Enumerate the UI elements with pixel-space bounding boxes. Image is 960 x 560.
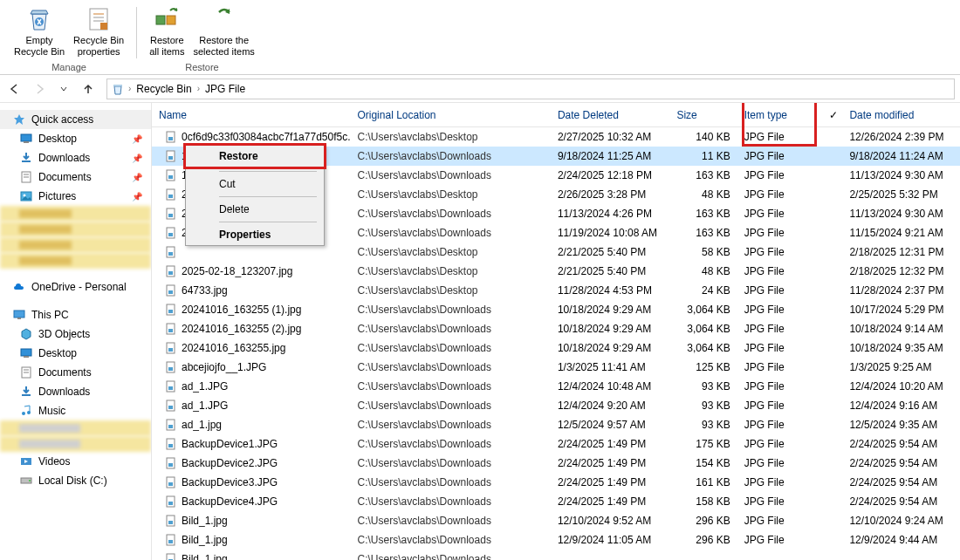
- chevron-right-icon: ›: [197, 84, 200, 93]
- sidebar-item-music[interactable]: Music: [0, 401, 151, 420]
- jpg-file-icon: [164, 360, 178, 374]
- sidebar-item-blurred[interactable]: [0, 222, 151, 237]
- this-pc-label: This PC: [31, 309, 69, 321]
- svg-rect-43: [168, 252, 173, 256]
- sidebar-item-documents[interactable]: Documents📌: [0, 167, 151, 187]
- svg-rect-33: [168, 156, 173, 160]
- jpg-file-icon: [164, 475, 178, 489]
- file-row[interactable]: BackupDevice4.JPG C:\Users\avclabs\Downl…: [152, 492, 960, 511]
- forward-button[interactable]: [30, 79, 49, 99]
- pic-icon: [19, 189, 33, 203]
- jpg-file-icon: [164, 437, 178, 451]
- ribbon-group-label: Restore: [185, 62, 219, 74]
- sidebar-item-blur2[interactable]: [0, 436, 151, 452]
- column-date-modified[interactable]: Date modified: [842, 109, 960, 121]
- sidebar-item-desktop2[interactable]: Desktop: [0, 344, 151, 363]
- column-headers: Name Original Location Date Deleted Size…: [152, 103, 960, 127]
- music-icon: [19, 404, 33, 418]
- context-menu-restore[interactable]: Restore: [186, 146, 324, 167]
- jpg-file-icon: [164, 379, 178, 393]
- empty-recycle-bin-button[interactable]: Empty Recycle Bin: [10, 3, 68, 59]
- column-item-type[interactable]: Item type: [737, 109, 824, 121]
- svg-rect-73: [168, 540, 173, 543]
- restore-selected-items-button[interactable]: Restore the selected items: [190, 3, 258, 59]
- jpg-file-icon: [164, 456, 178, 470]
- star-icon: [12, 113, 26, 126]
- jpg-file-icon: [164, 207, 178, 221]
- context-menu-properties[interactable]: Properties: [186, 224, 324, 245]
- file-row[interactable]: 64733.jpg C:\Users\avclabs\Desktop 11/28…: [152, 281, 960, 300]
- jpg-file-icon: [164, 168, 178, 182]
- column-size[interactable]: Size: [669, 109, 737, 121]
- file-row[interactable]: 20241016_163255.jpg C:\Users\avclabs\Dow…: [152, 338, 960, 358]
- sidebar-item-blurred[interactable]: [0, 253, 151, 269]
- context-menu-cut[interactable]: Cut: [186, 174, 324, 195]
- sidebar-item-documents2[interactable]: Documents: [0, 363, 151, 382]
- file-row[interactable]: ad_1.JPG C:\Users\avclabs\Downloads 12/4…: [152, 377, 960, 396]
- jpg-file-icon: [164, 514, 178, 528]
- file-row[interactable]: 2025-02-18_123207.jpg C:\Users\avclabs\D…: [152, 262, 960, 281]
- context-menu-delete[interactable]: Delete: [186, 199, 324, 220]
- sidebar-item-downloads[interactable]: Downloads📌: [0, 148, 151, 167]
- ribbon-label: Recycle Bin properties: [73, 35, 124, 58]
- recycle-bin-icon: [111, 82, 125, 96]
- cloud-icon: [12, 280, 26, 294]
- file-row[interactable]: ad_1.jpg C:\Users\avclabs\Downloads 12/5…: [152, 415, 960, 434]
- column-original-location[interactable]: Original Location: [350, 109, 550, 121]
- ribbon-group-manage: Empty Recycle Bin Recycle Bin properties…: [7, 3, 131, 74]
- checkmark-icon: ✓: [824, 109, 843, 121]
- file-row[interactable]: Bild_1.jpg C:\Users\avclabs\Downloads: [152, 550, 960, 560]
- file-row[interactable]: BackupDevice2.JPG C:\Users\avclabs\Downl…: [152, 454, 960, 473]
- sidebar-item-videos[interactable]: Videos: [0, 452, 151, 471]
- jpg-file-icon: [164, 283, 178, 297]
- svg-rect-45: [168, 271, 173, 275]
- svg-rect-47: [168, 290, 173, 294]
- file-row[interactable]: Bild_1.jpg C:\Users\avclabs\Downloads 12…: [152, 511, 960, 530]
- recent-locations-dropdown[interactable]: [54, 79, 73, 99]
- file-row[interactable]: 20241016_163255 (2).jpg C:\Users\avclabs…: [152, 319, 960, 338]
- navigation-pane: Quick access Desktop📌Downloads📌Documents…: [0, 103, 152, 560]
- main-area: Quick access Desktop📌Downloads📌Documents…: [0, 103, 960, 560]
- sidebar-item-pictures[interactable]: Pictures📌: [0, 187, 151, 206]
- svg-rect-53: [168, 348, 173, 352]
- file-row[interactable]: ad_1.JPG C:\Users\avclabs\Downloads 12/4…: [152, 396, 960, 415]
- breadcrumb-item[interactable]: Recycle Bin: [134, 83, 193, 95]
- svg-rect-5: [100, 23, 107, 30]
- file-row[interactable]: BackupDevice3.JPG C:\Users\avclabs\Downl…: [152, 473, 960, 492]
- up-button[interactable]: [79, 79, 98, 99]
- jpg-file-icon: [164, 495, 178, 509]
- quick-access-label: Quick access: [31, 113, 93, 126]
- jpg-file-icon: [164, 322, 178, 336]
- svg-rect-9: [21, 134, 31, 141]
- pin-icon: 📌: [132, 134, 142, 144]
- sidebar-item-downloads2[interactable]: Downloads: [0, 382, 151, 401]
- restore-all-items-button[interactable]: Restore all items: [146, 3, 188, 59]
- file-row[interactable]: BackupDevice1.JPG C:\Users\avclabs\Downl…: [152, 434, 960, 454]
- this-pc-item[interactable]: This PC: [0, 305, 151, 324]
- jpg-file-icon: [164, 399, 178, 413]
- column-date-deleted[interactable]: Date Deleted: [551, 109, 670, 121]
- breadcrumb[interactable]: › Recycle Bin › JPG File: [106, 79, 955, 99]
- file-row[interactable]: abcejiojfo__1.JPG C:\Users\avclabs\Downl…: [152, 358, 960, 377]
- sidebar-item-desktop[interactable]: Desktop📌: [0, 129, 151, 148]
- breadcrumb-item[interactable]: JPG File: [203, 83, 247, 95]
- recycle-bin-properties-button[interactable]: Recycle Bin properties: [70, 3, 127, 59]
- chevron-right-icon: ›: [128, 84, 131, 93]
- svg-rect-17: [14, 311, 24, 318]
- file-row[interactable]: 20241016_163255 (1).jpg C:\Users\avclabs…: [152, 300, 960, 319]
- file-row[interactable]: Bild_1.jpg C:\Users\avclabs\Downloads 12…: [152, 530, 960, 550]
- svg-rect-51: [168, 329, 173, 332]
- onedrive-item[interactable]: OneDrive - Personal: [0, 277, 151, 297]
- jpg-file-icon: [164, 341, 178, 355]
- sidebar-item-blurred[interactable]: [0, 237, 151, 253]
- sidebar-item-3dobjects[interactable]: 3D Objects: [0, 324, 151, 344]
- quick-access-header[interactable]: Quick access: [0, 110, 151, 129]
- file-list-pane: Name Original Location Date Deleted Size…: [152, 103, 960, 560]
- navigation-bar: › Recycle Bin › JPG File: [0, 75, 960, 103]
- back-button[interactable]: [5, 79, 24, 99]
- sidebar-item-localdisk[interactable]: Local Disk (C:): [0, 471, 151, 490]
- column-name[interactable]: Name: [152, 109, 350, 121]
- sidebar-item-blurred[interactable]: [0, 206, 151, 222]
- sidebar-item-blur1[interactable]: [0, 420, 151, 436]
- svg-rect-8: [113, 85, 122, 86]
